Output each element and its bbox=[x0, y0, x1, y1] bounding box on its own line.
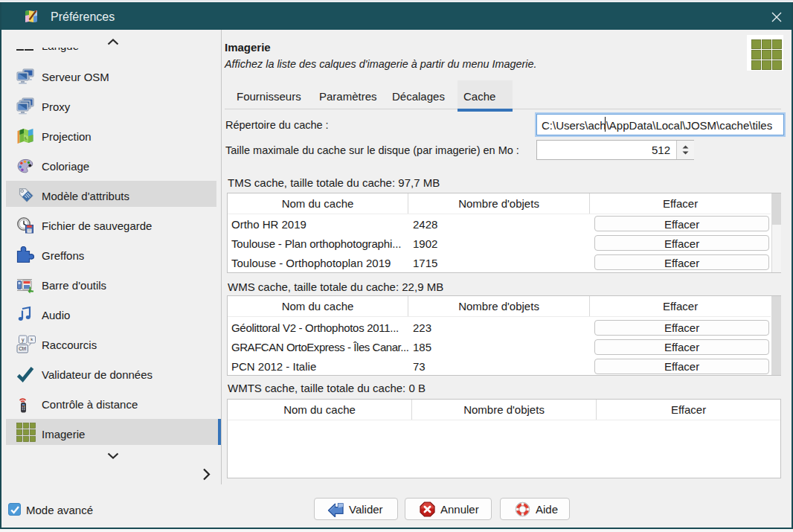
svg-text:y: y bbox=[22, 337, 25, 343]
svg-text:Ctrl: Ctrl bbox=[19, 346, 27, 351]
